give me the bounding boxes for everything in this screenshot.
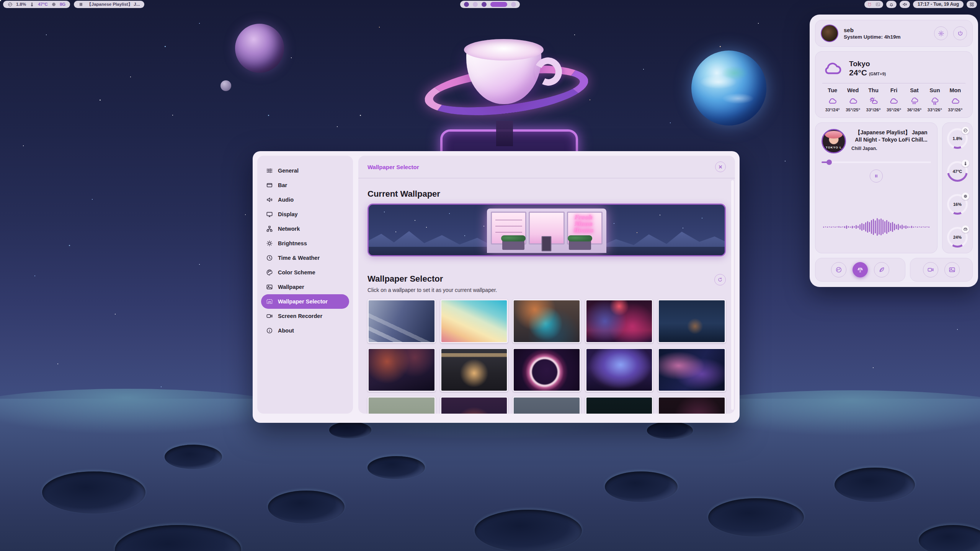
wallpaper-thumbnail-dark-teal[interactable]	[585, 396, 653, 414]
system-stats-module[interactable]: 1.8% 47°C 8G	[3, 1, 70, 8]
screen-record-button[interactable]	[923, 262, 938, 277]
media-module[interactable]: 【Japanese Playlist】 J...	[74, 1, 144, 8]
image-tray-icon[interactable]	[875, 2, 880, 7]
sidebar-item-color-scheme[interactable]: Color Scheme	[261, 265, 349, 280]
wallpaper-thumbnail-autumn-dark[interactable]	[440, 396, 508, 414]
settings-button[interactable]	[934, 26, 948, 40]
wallpaper-thumbnail-pastel-gradient[interactable]	[440, 299, 508, 343]
sidebar-item-about[interactable]: About	[261, 323, 349, 338]
forecast-day: Tue33°/24°	[822, 87, 843, 112]
pause-icon	[874, 174, 879, 178]
thermometer-icon	[29, 2, 34, 7]
brightness-icon	[266, 240, 273, 247]
chip-icon	[51, 2, 56, 7]
sidebar-item-bar[interactable]: Bar	[261, 178, 349, 192]
sliders-icon	[266, 167, 273, 174]
workspace-dot-1[interactable]	[464, 2, 469, 7]
weather-city: Tokyo	[849, 59, 886, 68]
refresh-button[interactable]	[714, 274, 726, 285]
pause-button[interactable]	[870, 170, 883, 183]
sidebar-item-label: Time & Weather	[278, 255, 320, 261]
screenshot-button[interactable]	[944, 262, 960, 277]
crater	[368, 456, 425, 479]
seek-thumb[interactable]	[826, 160, 832, 165]
wallpaper-thumbnail-ember-forest[interactable]	[368, 348, 436, 392]
crater	[329, 422, 371, 439]
info-icon	[266, 327, 273, 334]
forecast-day: Sat36°/26°	[904, 87, 924, 112]
sidebar-item-brightness[interactable]: Brightness	[261, 236, 349, 251]
dashboard-module[interactable]	[967, 1, 977, 8]
sidebar-item-wallpaper[interactable]: Wallpaper	[261, 280, 349, 294]
control-panel: seb System Uptime: 4h19m Tokyo 24°C(GMT+…	[810, 15, 978, 287]
cloud-icon	[822, 58, 843, 78]
sidebar-item-display[interactable]: Display	[261, 207, 349, 222]
monitor-icon	[266, 211, 273, 218]
weather-forecast: Tue33°/24° Wed35°/25° Thu33°/26° Fri35°/…	[822, 87, 965, 112]
sidebar-item-label: Network	[278, 226, 300, 232]
wallpaper-thumbnail-lofi-coffee-shop[interactable]	[440, 348, 508, 392]
workspace-dot-5[interactable]	[511, 2, 516, 7]
cat-tray-icon[interactable]	[867, 2, 872, 7]
album-art: TOKYO L	[822, 129, 846, 153]
clock-module[interactable]: 17:17 - Tue, 19 Aug	[913, 1, 964, 8]
wallpaper-thumbnail-wireframe-waves[interactable]	[658, 348, 726, 392]
wallpaper-thumbnail-teal-orange-blur[interactable]	[513, 299, 581, 343]
cloud-icon	[951, 96, 960, 106]
volume-icon	[902, 2, 907, 7]
notifications-module[interactable]	[886, 1, 897, 8]
sidebar-item-wallpaper-selector[interactable]: Wallpaper Selector	[261, 294, 349, 309]
planter	[569, 240, 591, 250]
sidebar-item-time-weather[interactable]: Time & Weather	[261, 251, 349, 265]
sidebar-item-general[interactable]: General	[261, 163, 349, 178]
sidebar-item-network[interactable]: Network	[261, 222, 349, 236]
cloud-icon	[848, 96, 858, 106]
forecast-day: Sun33°/26°	[924, 87, 945, 112]
close-button[interactable]: ✕	[715, 161, 726, 172]
media-player-card: TOKYO L 【Japanese Playlist】 Japan All Ni…	[815, 122, 938, 253]
video-icon	[266, 313, 273, 320]
wallpaper-thumbnail-neon-arcade[interactable]	[585, 299, 653, 343]
sidebar-item-label: Screen Recorder	[278, 313, 322, 319]
leaf-icon	[878, 266, 885, 273]
seek-slider[interactable]	[822, 160, 931, 165]
track-artist: Chill Japan.	[851, 146, 931, 151]
weather-card: Tokyo 24°C(GMT+9) Tue33°/24° Wed35°/25° …	[815, 51, 973, 118]
network-icon	[266, 225, 273, 232]
settings-sidebar: General Bar Audio Display Network Bright…	[257, 156, 353, 414]
user-name: seb	[844, 27, 929, 33]
wallpaper-thumbnail-dark-maroon[interactable]	[658, 396, 726, 414]
content-scrollbar[interactable]	[731, 180, 734, 410]
purple-planet	[235, 24, 284, 73]
performance-profile-button[interactable]	[831, 262, 846, 277]
power-button[interactable]	[953, 26, 967, 40]
sidebar-item-audio[interactable]: Audio	[261, 192, 349, 207]
palette-icon	[266, 269, 273, 276]
sidebar-item-screen-recorder[interactable]: Screen Recorder	[261, 309, 349, 323]
power-saver-profile-button[interactable]	[874, 262, 889, 277]
wallpaper-grid	[368, 299, 726, 414]
volume-module[interactable]	[900, 1, 910, 8]
wallpaper-thumbnail-purple-ring[interactable]	[513, 348, 581, 392]
crater	[708, 498, 804, 536]
weather-temperature: 24°C	[849, 68, 867, 77]
preview-coffee-shop: Fresh Moon Beans	[487, 209, 606, 253]
cpu-usage: 1.8%	[16, 2, 26, 7]
wallpaper-thumbnail-sage-field[interactable]	[368, 396, 436, 414]
forecast-day: Fri35°/26°	[884, 87, 904, 112]
balanced-profile-button[interactable]	[853, 262, 868, 277]
wallpaper-selector-subtitle: Click on a wallpaper to set it as your c…	[368, 287, 497, 293]
sidebar-item-label: Bar	[278, 182, 287, 188]
window-icon	[266, 182, 273, 189]
workspace-active-4[interactable]	[490, 2, 507, 7]
earth-planet	[691, 51, 766, 126]
crater	[475, 510, 582, 551]
wallpaper-thumbnail-slate-grey[interactable]	[513, 396, 581, 414]
workspace-dot-2[interactable]	[473, 2, 478, 7]
workspace-dot-3[interactable]	[482, 2, 487, 7]
crater	[605, 471, 678, 502]
wallpaper-thumbnail-nebula-forest[interactable]	[585, 348, 653, 392]
cloud-icon	[828, 96, 837, 106]
wallpaper-thumbnail-anime-street[interactable]	[368, 299, 436, 343]
wallpaper-thumbnail-snowy-night[interactable]	[658, 299, 726, 343]
